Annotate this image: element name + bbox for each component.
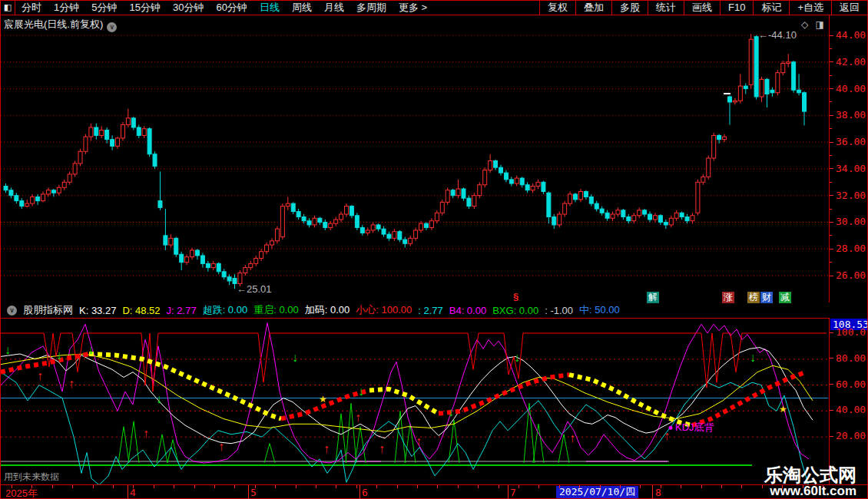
sell-arrow: ↓: [358, 385, 364, 398]
tool-menu-7[interactable]: +自选: [789, 1, 831, 15]
candle-body: [297, 212, 300, 217]
candle-body: [137, 127, 141, 135]
period-tab-0[interactable]: 分时: [15, 1, 48, 15]
buy-arrow: ↑: [218, 440, 224, 453]
tool-menu-0[interactable]: 复权: [539, 1, 575, 15]
price-axis-label: 26.00: [836, 269, 866, 281]
tool-menu-3[interactable]: 统计: [648, 1, 684, 15]
period-tab-3[interactable]: 15分钟: [123, 1, 166, 15]
window-layout-icon[interactable]: ◧: [1, 1, 15, 15]
time-tick: [93, 485, 94, 488]
candle-body: [483, 170, 487, 185]
candle-body: [621, 210, 625, 217]
period-tab-9[interactable]: 多周期: [350, 1, 393, 15]
tool-menu-2[interactable]: 多股: [611, 1, 648, 15]
indicator-collapse-icon[interactable]: ∨: [7, 306, 17, 316]
candle-body: [701, 177, 705, 182]
time-tick: [600, 485, 601, 488]
sell-arrow: ↓: [750, 351, 756, 364]
kdj-indicator-panel[interactable]: ↑↑↑↑↑↑↑↑↑↑↓↓↓↓↓↓↓↓↓★★KDJ底背: [1, 318, 829, 484]
candle-body: [121, 125, 124, 138]
kdj-divergence-note: KDJ底背: [675, 421, 714, 433]
period-tab-10[interactable]: 更多 >: [393, 1, 433, 15]
month-label-1: 5: [250, 487, 257, 498]
candle-body: [489, 160, 492, 170]
time-tick: [640, 485, 641, 488]
candle-body: [355, 216, 359, 228]
period-tab-6[interactable]: 日线: [253, 1, 286, 15]
period-tab-8[interactable]: 月线: [318, 1, 350, 15]
chevron-down-icon[interactable]: ∨: [107, 22, 117, 32]
sell-arrow: ↓: [292, 351, 298, 364]
future-data-warning: 用到未来数据: [4, 471, 59, 484]
indicator-name: 股朋指标网: [23, 303, 73, 317]
candle-body: [307, 221, 311, 225]
period-tab-2[interactable]: 5分钟: [85, 1, 123, 15]
candle-body: [440, 202, 444, 213]
candle-body: [62, 182, 66, 187]
time-tick: [12, 485, 12, 488]
candle-body: [627, 217, 631, 221]
axis-tick: [830, 182, 832, 183]
candle-body: [600, 209, 604, 213]
candle-body: [707, 158, 711, 177]
tool-menu-4[interactable]: 画线: [684, 1, 720, 15]
axis-tick: [830, 75, 832, 76]
axis-tick: [830, 101, 832, 102]
period-tab-1[interactable]: 1分钟: [48, 1, 85, 15]
candle-body: [366, 230, 369, 233]
high-annotation: ←-44.10: [758, 29, 797, 41]
candle-body: [414, 230, 418, 238]
split-view-icon[interactable]: ◨: [816, 19, 824, 30]
indicator-field-1: D: 48.52: [122, 305, 160, 316]
candle-body: [749, 39, 753, 84]
candle-body: [446, 190, 449, 203]
event-badge-0[interactable]: 解: [647, 292, 659, 303]
candle-body: [531, 187, 535, 190]
event-badge-1[interactable]: 涨: [722, 292, 734, 303]
tool-menu-1[interactable]: 叠加: [575, 1, 611, 15]
diamond-icon[interactable]: ◇: [801, 19, 808, 30]
period-tab-7[interactable]: 周线: [286, 1, 318, 15]
price-gridlines: [1, 35, 828, 276]
buy-arrow: ↑: [323, 442, 330, 455]
price-axis: 44.0042.0040.0038.0036.0034.0032.0030.00…: [829, 15, 868, 302]
price-axis-label: 30.00: [836, 216, 866, 227]
buy-arrow: ↑: [379, 442, 385, 455]
candle-body: [643, 210, 647, 214]
price-axis-label: 32.00: [836, 190, 866, 201]
candle-body: [302, 217, 306, 221]
indicator-canvas[interactable]: ↑↑↑↑↑↑↑↑↑↑↓↓↓↓↓↓↓↓↓★★KDJ底背: [1, 319, 829, 485]
indicator-axis-label: 60.00: [836, 378, 866, 390]
candle-body: [520, 178, 524, 185]
low-annotation: ←25.01: [237, 283, 272, 295]
candle-body: [738, 86, 742, 101]
candle-body: [254, 258, 258, 263]
candlestick-canvas[interactable]: ←-44.10←25.01§: [1, 15, 829, 302]
candle-body: [536, 182, 540, 186]
candle-body: [334, 220, 338, 223]
period-tab-5[interactable]: 60分钟: [210, 1, 253, 15]
tool-menu-6[interactable]: 标记: [753, 1, 789, 15]
candle-body: [589, 197, 593, 203]
candle-body: [403, 240, 407, 243]
year-label: 2025年: [5, 487, 38, 499]
indicator-field-7: : 2.77: [418, 305, 443, 316]
tool-menu-5[interactable]: F10: [720, 1, 753, 15]
period-tab-4[interactable]: 30分钟: [167, 1, 210, 15]
chart-corner-icons: ◇ ◨: [797, 19, 824, 30]
time-tick: [376, 485, 377, 488]
candle-body: [723, 137, 727, 139]
tool-menu-8[interactable]: 返回: [831, 1, 867, 15]
candle-body: [691, 216, 694, 221]
candle-body: [105, 130, 109, 139]
candle-body: [632, 216, 636, 221]
event-badge-2[interactable]: 榜: [747, 292, 760, 303]
main-candlestick-chart[interactable]: 宸展光电(日线.前复权)∨ ◇ ◨ ←-44.10←25.01§ 解涨榜财减: [1, 15, 829, 302]
event-badge-4[interactable]: 减: [779, 292, 791, 303]
time-axis[interactable]: 2025年 2025/07/10/四 45678: [1, 484, 867, 499]
candle-body: [781, 64, 785, 73]
candle-body: [41, 194, 45, 201]
event-badge-3[interactable]: 财: [760, 292, 773, 303]
note-dot: [669, 426, 673, 430]
